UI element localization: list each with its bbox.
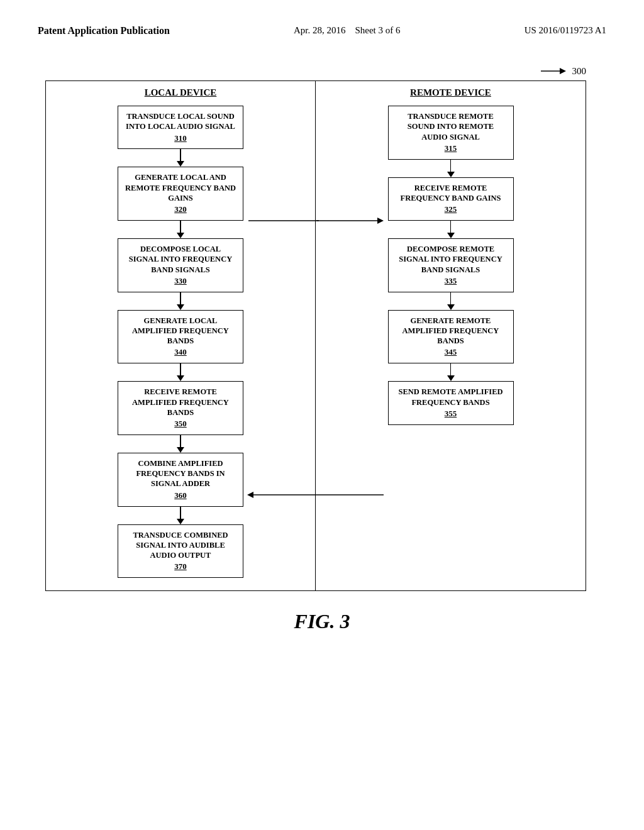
remote-device-header: REMOTE DEVICE [410,87,491,98]
arrow-360-370 [177,507,184,524]
box-350: RECEIVE REMOTE AMPLIFIED FREQUENCY BANDS… [118,381,243,435]
arrow-335-345 [447,292,455,310]
header-left: Patent Application Publication [38,25,170,36]
local-device-header: LOCAL DEVICE [145,87,217,98]
arrow-330-340 [177,292,184,310]
box-325: RECEIVE REMOTE FREQUENCY BAND GAINS 325 [388,177,514,221]
box-355: SEND REMOTE AMPLIFIED FREQUENCY BANDS 35… [388,381,514,424]
remote-device-column: REMOTE DEVICE TRANSDUCE REMOTE SOUND INT… [316,81,586,590]
arrow-315-325 [447,160,455,177]
figure-container: 300 LOCAL DEVICE [45,62,599,633]
arrow-345-355 [447,363,455,381]
outer-border: LOCAL DEVICE TRANSDUCE LOCAL SOUND INTO … [45,80,586,591]
box-315: TRANSDUCE REMOTE SOUND INTO REMOTE AUDIO… [388,106,514,160]
diagram-area: 300 LOCAL DEVICE [0,49,644,646]
arrow-320-330 [177,221,184,238]
box-335: DECOMPOSE REMOTE SIGNAL INTO FREQUENCY B… [388,238,514,292]
page-header: Patent Application Publication Apr. 28, … [0,0,644,49]
arrow-325-335 [447,221,455,238]
arrow-350-360 [177,435,184,453]
svg-marker-1 [560,68,566,74]
box-330: DECOMPOSE LOCAL SIGNAL INTO FREQUENCY BA… [118,238,243,292]
arrow-340-350 [177,363,184,381]
header-center: Apr. 28, 2016 Sheet 3 of 6 [294,25,401,36]
local-device-column: LOCAL DEVICE TRANSDUCE LOCAL SOUND INTO … [46,81,316,590]
box-370: TRANSDUCE COMBINED SIGNAL INTO AUDIBLE A… [118,524,243,578]
header-right: US 2016/0119723 A1 [525,25,606,36]
box-340: GENERATE LOCAL AMPLIFIED FREQUENCY BANDS… [118,310,243,364]
box-310: TRANSDUCE LOCAL SOUND INTO LOCAL AUDIO S… [118,106,243,149]
ref-number-300: 300 [541,65,587,77]
arrow-310-320 [177,149,184,167]
box-345: GENERATE REMOTE AMPLIFIED FREQUENCY BAND… [388,310,514,364]
figure-label: FIG. 3 [45,610,599,633]
box-360: COMBINE AMPLIFIED FREQUENCY BANDS IN SIG… [118,453,243,507]
box-320: GENERATE LOCAL AND REMOTE FREQUENCY BAND… [118,167,243,221]
